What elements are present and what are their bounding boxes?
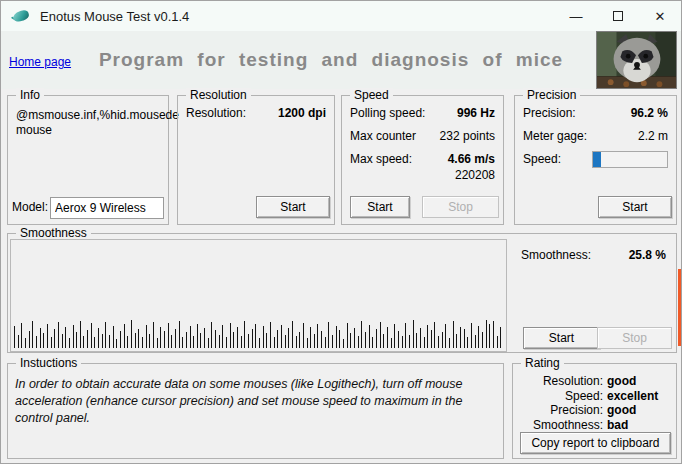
precision-start-button[interactable]: Start [598,196,672,218]
minimize-button[interactable]: — [555,1,597,31]
rating-smoothness-value: bad [607,418,672,433]
smoothness-start-button[interactable]: Start [523,327,600,349]
instructions-text: In order to obtain accurate data on some… [15,376,491,427]
rating-smoothness-label: Smoothness: [517,418,603,433]
speed-gauge-fill [593,152,601,167]
rating-group-label: Rating [521,356,564,370]
resolution-value: 1200 dpi [278,106,326,121]
precision-group-label: Precision [523,88,580,102]
max-counter-value: 232 points [440,129,495,144]
close-icon: ✕ [655,9,666,24]
raccoon-image [596,31,677,89]
header-band: Home page Program for testing and diagno… [1,31,681,89]
close-button[interactable]: ✕ [639,1,681,31]
precision-speed-label: Speed: [523,152,561,167]
info-group-label: Info [16,88,44,102]
minimize-icon: — [570,9,583,24]
info-group: Info @msmouse.inf,%hid.mousede mouse Mod… [7,95,169,225]
precision-value: 96.2 % [631,106,668,121]
precision-group: Precision Precision: 96.2 % Meter gage: … [514,95,677,225]
smoothness-group: Smoothness Smoothness: 25.8 % Start Stop [7,233,677,353]
smoothness-stop-button[interactable]: Stop [597,327,672,349]
app-window: Enotus Mouse Test v0.1.4 — ✕ Home page P… [0,0,682,464]
title-bar: Enotus Mouse Test v0.1.4 — ✕ [1,1,681,31]
meter-gage-label: Meter gage: [523,129,587,144]
meter-gage-value: 2.2 m [638,129,668,144]
resolution-group: Resolution Resolution: 1200 dpi Start [177,95,335,225]
rating-speed-label: Speed: [517,389,603,404]
speed-extra-value: 220208 [455,168,495,183]
rating-resolution-label: Resolution: [517,374,603,389]
smoothness-group-label: Smoothness [16,226,91,240]
resolution-label: Resolution: [186,106,246,121]
smoothness-label: Smoothness: [521,248,591,263]
resolution-start-button[interactable]: Start [256,196,330,218]
edge-highlight-marker [678,269,681,346]
maximize-button[interactable] [597,1,639,31]
home-page-link[interactable]: Home page [9,55,71,69]
window-title: Enotus Mouse Test v0.1.4 [40,9,189,24]
resolution-group-label: Resolution [186,88,251,102]
app-mouse-icon [11,9,31,23]
copy-report-button[interactable]: Copy report to clipboard [520,432,671,454]
device-info-text: @msmouse.inf,%hid.mousede mouse [16,108,164,138]
speed-group: Speed Polling speed: 996 Hz Max counter … [341,95,504,225]
model-input[interactable] [50,197,164,219]
rating-group: Rating Resolution: good Speed: excellent… [512,363,677,459]
model-label: Model: [12,196,48,218]
smoothness-waveform [10,239,507,352]
rating-list: Resolution: good Speed: excellent Precis… [517,374,672,432]
rating-precision-label: Precision: [517,403,603,418]
precision-label: Precision: [523,106,576,121]
speed-start-button[interactable]: Start [350,196,410,218]
rating-speed-value: excellent [607,389,672,404]
max-speed-label: Max speed: [350,152,412,167]
page-title: Program for testing and diagnosis of mic… [71,49,591,71]
rating-precision-value: good [607,403,672,418]
instructions-group: Instuctions In order to obtain accurate … [7,363,504,459]
maximize-icon [613,11,623,21]
smoothness-right-panel: Smoothness: 25.8 % Start Stop [513,234,674,352]
smoothness-value: 25.8 % [629,248,666,263]
instructions-group-label: Instuctions [16,356,81,370]
speed-stop-button[interactable]: Stop [422,196,499,218]
max-counter-label: Max counter [350,129,416,144]
max-speed-value: 4.66 m/s [448,152,495,167]
polling-speed-label: Polling speed: [350,106,425,121]
speed-group-label: Speed [350,88,393,102]
polling-speed-value: 996 Hz [457,106,495,121]
speed-gauge [592,151,668,168]
rating-resolution-value: good [607,374,672,389]
